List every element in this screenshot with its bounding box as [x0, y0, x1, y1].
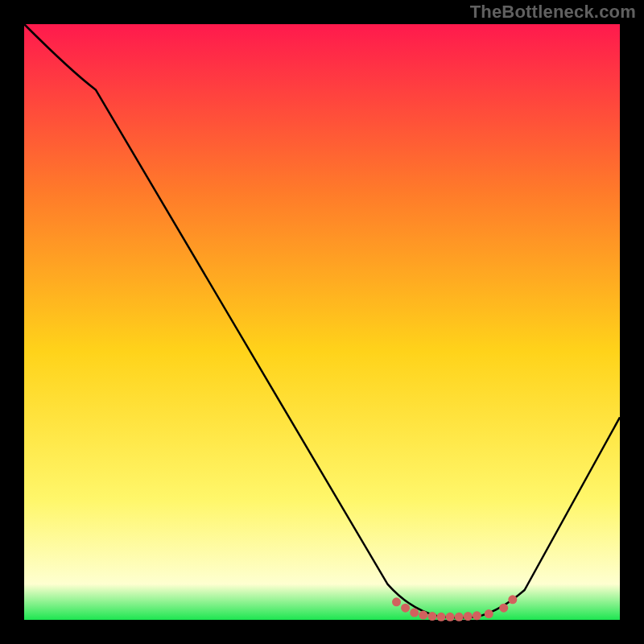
- chart-stage: TheBottleneck.com: [0, 0, 644, 644]
- optimal-marker-dot: [508, 595, 517, 604]
- optimal-marker-dot: [437, 613, 446, 621]
- chart-svg: [0, 0, 644, 644]
- plot-background: [24, 24, 620, 620]
- optimal-marker-dot: [410, 609, 419, 617]
- optimal-marker-dot: [427, 612, 436, 621]
- optimal-marker-dot: [446, 613, 455, 621]
- optimal-marker-dot: [473, 611, 481, 620]
- optimal-marker-dot: [464, 612, 473, 621]
- optimal-marker-dot: [485, 609, 493, 618]
- optimal-marker-dot: [419, 611, 427, 620]
- optimal-marker-dot: [455, 613, 464, 621]
- optimal-marker-dot: [392, 597, 401, 606]
- optimal-marker-dot: [401, 604, 410, 613]
- watermark-text: TheBottleneck.com: [470, 2, 636, 23]
- optimal-marker-dot: [499, 604, 508, 613]
